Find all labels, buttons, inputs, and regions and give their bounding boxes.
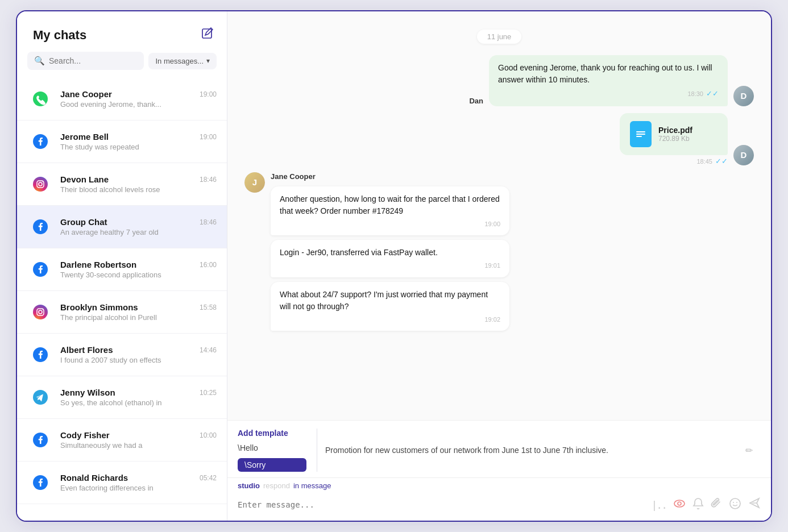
sidebar-header: My chats <box>17 11 227 52</box>
search-row: 🔍 In messages... ▾ <box>17 52 227 78</box>
chat-item-group-chat[interactable]: Group Chat 18:46 An average healthy 7 ye… <box>17 206 227 248</box>
chat-name-ronald-richards: Ronald Richards <box>60 473 128 483</box>
chat-item-jane-cooper[interactable]: Jane Cooper 19:00 Good evening Jerome, t… <box>17 78 227 120</box>
date-chip: 11 june <box>477 30 522 44</box>
emoji-icon[interactable] <box>729 497 741 513</box>
add-template-button[interactable]: Add template <box>238 429 306 438</box>
template-left: Add template \Hello \Sorry <box>238 429 317 472</box>
chat-time-jane-cooper: 19:00 <box>200 90 217 98</box>
chat-name-jenny-wilson: Jenny Wilson <box>60 388 115 397</box>
chat-info-darlene-robertson: Darlene Robertson 16:00 Twenty 30-second… <box>60 260 217 279</box>
chat-name-brooklyn-simmons: Brooklyn Simmons <box>60 302 138 312</box>
chat-name-darlene-robertson: Darlene Robertson <box>60 260 136 269</box>
chat-avatar-darlene-robertson <box>27 256 53 282</box>
respond-in-message: in message <box>293 481 331 490</box>
chat-info-devon-lane: Devon Lane 18:46 Their blood alcohol lev… <box>60 174 217 194</box>
chat-info-jenny-wilson: Jenny Wilson 10:25 So yes, the alcohol (… <box>60 388 217 407</box>
receiver-avatar: J <box>244 172 265 193</box>
chat-messages-area: 11 june Dan Good evening Jerome, thank y… <box>227 11 771 420</box>
chat-item-brooklyn-simmons[interactable]: Brooklyn Simmons 15:58 The principal alc… <box>17 291 227 334</box>
chat-preview-albert-flores: I found a 2007 study on effects <box>60 356 217 364</box>
search-icon: 🔍 <box>34 56 45 66</box>
svg-rect-0 <box>202 29 211 38</box>
file-name: Price.pdf <box>658 126 692 135</box>
toolbar-icons: |.. <box>651 497 761 513</box>
chat-preview-jenny-wilson: So yes, the alcohol (ethanol) in <box>60 398 217 407</box>
message-text: What about 24/7 support? I'm just worrie… <box>280 290 488 311</box>
chat-item-jerome-bell[interactable]: Jerome Bell 19:00 The study was repeated <box>17 120 227 163</box>
chat-preview-darlene-robertson: Twenty 30-second applications <box>60 271 217 279</box>
template-option-sorry[interactable]: \Sorry <box>238 458 306 472</box>
filter-button[interactable]: In messages... ▾ <box>148 53 217 69</box>
chat-item-cody-fisher[interactable]: Cody Fisher 10:00 Simultaneously we had … <box>17 419 227 462</box>
mic-icon[interactable]: |.. <box>651 499 666 511</box>
message-row-sent-1: Dan Good evening Jerome, thank you for r… <box>244 55 754 106</box>
chat-item-albert-flores[interactable]: Albert Flores 14:46 I found a 2007 study… <box>17 334 227 376</box>
file-info: Price.pdf 720.89 Kb <box>658 126 692 143</box>
chat-preview-devon-lane: Their blood alcohol levels rose <box>60 185 217 194</box>
chat-info-albert-flores: Albert Flores 14:46 I found a 2007 study… <box>60 345 217 364</box>
svg-point-9 <box>33 305 48 319</box>
chat-time-devon-lane: 18:46 <box>200 176 217 184</box>
chat-item-jenny-wilson[interactable]: Jenny Wilson 10:25 So yes, the alcohol (… <box>17 376 227 419</box>
chevron-down-icon: ▾ <box>206 57 210 65</box>
message-input[interactable] <box>238 500 644 509</box>
chat-avatar-brooklyn-simmons <box>27 299 53 325</box>
edit-template-icon[interactable]: ✏ <box>745 445 753 456</box>
bell-icon[interactable] <box>692 497 704 513</box>
send-icon[interactable] <box>748 497 761 513</box>
chat-name-devon-lane: Devon Lane <box>60 174 109 184</box>
paperclip-icon[interactable] <box>711 497 722 513</box>
chat-time-darlene-robertson: 16:00 <box>200 261 217 269</box>
search-box[interactable]: 🔍 <box>27 52 144 70</box>
chat-avatar-cody-fisher <box>27 427 53 453</box>
file-size: 720.89 Kb <box>658 135 692 143</box>
main-chat: 11 june Dan Good evening Jerome, thank y… <box>227 11 771 521</box>
chat-info-group-chat: Group Chat 18:46 An average healthy 7 ye… <box>60 217 217 236</box>
message-bubble-received-3: What about 24/7 support? I'm just worrie… <box>271 282 509 331</box>
chat-avatar-albert-flores <box>27 342 53 368</box>
search-input[interactable] <box>49 56 137 65</box>
file-time: 18:45 ✓✓ <box>696 157 728 165</box>
message-bubble-received-2: Login - Jer90, transferred via FastPay w… <box>271 240 509 277</box>
chat-item-devon-lane[interactable]: Devon Lane 18:46 Their blood alcohol lev… <box>17 163 227 206</box>
sender-avatar: D <box>733 86 754 106</box>
message-time-r3: 19:02 <box>280 315 500 325</box>
filter-label: In messages... <box>155 57 204 65</box>
chat-item-ronald-richards[interactable]: Ronald Richards 05:42 Even factoring dif… <box>17 462 227 504</box>
chat-time-cody-fisher: 10:00 <box>200 431 217 439</box>
chat-time-jerome-bell: 19:00 <box>200 133 217 141</box>
sidebar: My chats 🔍 In messages... ▾ <box>17 11 227 521</box>
chat-name-group-chat: Group Chat <box>60 217 107 227</box>
compose-icon[interactable] <box>201 27 213 43</box>
file-bubble: Price.pdf 720.89 Kb <box>620 113 728 155</box>
chat-time-albert-flores: 14:46 <box>200 346 217 354</box>
chat-time-group-chat: 18:46 <box>200 218 217 226</box>
chat-time-brooklyn-simmons: 15:58 <box>200 304 217 311</box>
message-row-sent-file: Price.pdf 720.89 Kb 18:45 ✓✓ D <box>244 113 754 165</box>
chat-item-darlene-robertson[interactable]: Darlene Robertson 16:00 Twenty 30-second… <box>17 248 227 291</box>
date-divider: 11 june <box>244 30 754 44</box>
template-option-hello[interactable]: \Hello <box>238 442 306 454</box>
chat-preview-cody-fisher: Simultaneously we had a <box>60 441 217 450</box>
message-text: Another question, how long to wait for t… <box>280 194 500 215</box>
svg-point-3 <box>33 177 48 192</box>
svg-point-21 <box>733 502 734 503</box>
template-text: Promotion for new customers of our netwo… <box>325 444 740 456</box>
sender-info: Dan <box>469 97 483 106</box>
respond-sep: respond <box>263 481 290 490</box>
chat-avatar-jane-cooper <box>27 86 53 112</box>
svg-point-1 <box>33 92 48 106</box>
chat-avatar-jerome-bell <box>27 128 53 155</box>
message-bubble-sent-1: Good evening Jerome, thank you for reach… <box>489 55 728 106</box>
chat-name-cody-fisher: Cody Fisher <box>60 430 110 440</box>
message-time-r2: 19:01 <box>280 261 500 271</box>
chat-preview-brooklyn-simmons: The principal alcohol in Purell <box>60 313 217 322</box>
receiver-name: Jane Cooper <box>271 172 509 181</box>
eye-icon[interactable] <box>673 497 686 513</box>
chat-info-cody-fisher: Cody Fisher 10:00 Simultaneously we had … <box>60 430 217 450</box>
file-icon <box>630 121 652 147</box>
read-ticks: ✓✓ <box>706 89 719 98</box>
chat-list: Jane Cooper 19:00 Good evening Jerome, t… <box>17 78 227 521</box>
respond-row: studio respond in message <box>227 478 771 492</box>
